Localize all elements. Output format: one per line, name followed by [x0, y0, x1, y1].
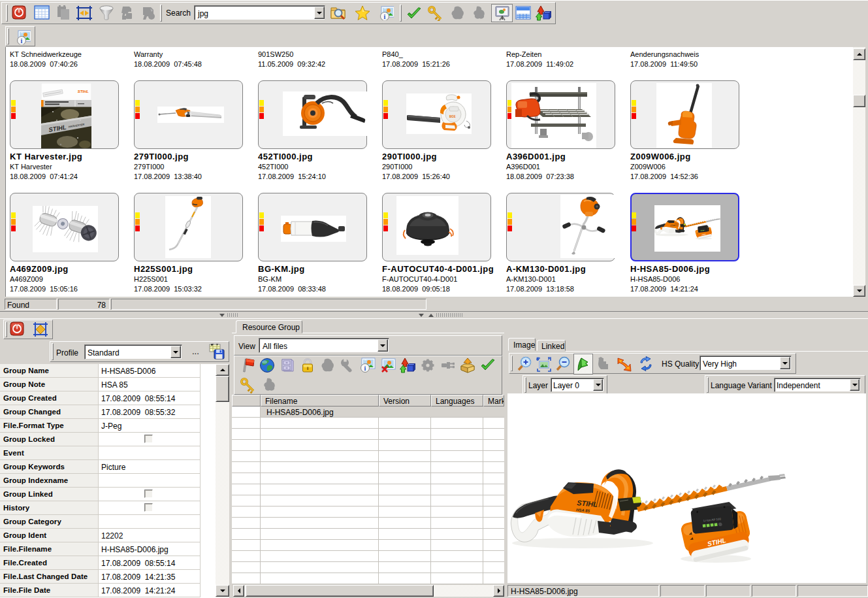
svg-text:i: i [384, 13, 386, 20]
svg-text:i: i [364, 365, 366, 372]
svg-text:i: i [21, 37, 23, 44]
svg-text:STIHL: STIHL [78, 90, 89, 93]
svg-text:BGE: BGE [449, 115, 456, 118]
